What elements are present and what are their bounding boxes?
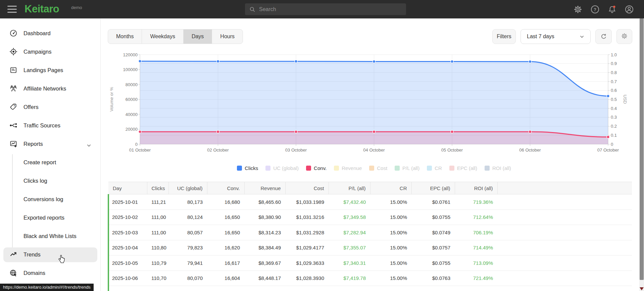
sidebar-item-traffic-sources[interactable]: Traffic Sources: [0, 116, 101, 135]
sidebar-item-dashboard[interactable]: Dashboard: [0, 24, 101, 43]
column-header-uc-global-: UC (global): [168, 182, 207, 194]
sidebar-item-reports[interactable]: Reports: [0, 135, 101, 153]
table-row: 2025-10-0764,4941,4579,648$4,890.94$527.…: [108, 286, 632, 291]
date-range-select[interactable]: Last 7 days: [521, 29, 591, 44]
column-header-revenue: Revenue: [244, 182, 285, 194]
refresh-button[interactable]: [595, 29, 612, 44]
granularity-tabs: MonthsWeekdaysDaysHours: [108, 29, 243, 44]
subitem-guide-line: [12, 154, 13, 247]
app-window: Keitaro demo ? DashboardCampaignsLanding…: [0, 0, 644, 291]
help-icon[interactable]: ?: [590, 5, 600, 14]
table-cell: 80,124: [168, 210, 207, 225]
legend-swatch: [265, 166, 270, 171]
table-cell: $8,369.67: [244, 255, 285, 271]
legend-item-p-l-all-[interactable]: P/L (all): [395, 165, 419, 171]
table-cell: 41,457: [168, 286, 207, 291]
x-tick-label: 06 October: [510, 148, 550, 153]
tab-weekdays[interactable]: Weekdays: [142, 30, 183, 44]
table-cell-filler: [497, 194, 632, 210]
table-cell: $1,029.4177: [285, 240, 329, 255]
x-tick-label: 02 October: [198, 148, 238, 153]
sidebar-item-domains[interactable]: Domains: [0, 264, 101, 282]
table-cell: 721.49%: [455, 271, 497, 286]
legend-swatch: [306, 166, 311, 171]
legend-item-uc-global-[interactable]: UC (global): [265, 165, 299, 171]
table-cell: 15.00%: [370, 194, 411, 210]
legend-item-conv-[interactable]: Conv.: [306, 165, 327, 171]
legend-item-cr[interactable]: CR: [427, 165, 442, 171]
table-cell: 706.19%: [455, 225, 497, 240]
x-tick-label: 01 October: [120, 148, 160, 153]
table-cell: 80,070: [168, 271, 207, 286]
sidebar-item-black-and-white-lists[interactable]: Black and White Lists: [0, 227, 101, 245]
sidebar-item-label: Reports: [23, 141, 43, 147]
sidebar-item-campaigns[interactable]: Campaigns: [0, 43, 101, 61]
column-header-cr: CR: [370, 182, 411, 194]
sidebar-item-label: Create report: [23, 159, 56, 166]
sidebar-item-trends[interactable]: Trends: [0, 245, 101, 264]
table-cell-filler: [497, 210, 632, 225]
gear-icon: [621, 33, 628, 41]
column-header-day: Day: [108, 182, 147, 194]
sidebar-item-label: Campaigns: [23, 49, 51, 55]
table-row: 2025-10-02111,0080,12416,650$8,380.90$1,…: [108, 210, 632, 225]
sidebar-item-label: Dashboard: [23, 30, 51, 37]
page-scrollbar: [639, 18, 644, 291]
reports-icon: [9, 140, 17, 148]
table-cell: $7,282.94: [329, 225, 370, 240]
offers-icon: $: [9, 103, 17, 111]
account-icon[interactable]: [625, 5, 634, 14]
left-tick-label: 120000: [117, 52, 138, 57]
legend-item-cost[interactable]: Cost: [369, 165, 387, 171]
sidebar-item-clicks-log[interactable]: Clicks log: [0, 172, 101, 190]
table-cell: 2025-10-01: [108, 194, 147, 210]
legend-item-roi-all-[interactable]: ROI (all): [485, 165, 511, 171]
tab-days[interactable]: Days: [183, 30, 212, 44]
sidebar-item-offers[interactable]: $Offers: [0, 98, 101, 116]
tab-months[interactable]: Months: [108, 30, 142, 44]
table-cell: $1,031.2928: [285, 225, 329, 240]
legend-item-epc-all-[interactable]: EPC (all): [449, 165, 477, 171]
table-cell: $0.0758: [411, 286, 455, 291]
legend-swatch: [395, 166, 400, 171]
table-cell: 15.00%: [370, 210, 411, 225]
legend-label: CR: [435, 165, 442, 171]
filters-button[interactable]: Filters: [492, 29, 516, 44]
sidebar-item-label: Conversions log: [23, 196, 63, 202]
trends-icon: [9, 250, 17, 258]
legend-label: P/L (all): [402, 165, 419, 171]
scrollbar-thumb[interactable]: [640, 18, 644, 280]
sidebar-item-affiliate-networks[interactable]: Affiliate Networks: [0, 79, 101, 98]
tab-hours[interactable]: Hours: [212, 30, 243, 44]
sidebar-item-label: Affiliate Networks: [23, 85, 66, 92]
legend-swatch: [449, 166, 454, 171]
search-input[interactable]: [245, 3, 406, 15]
sidebar-item-landings-pages[interactable]: Landings Pages: [0, 61, 101, 79]
chart-legend: ClicksUC (global)Conv.RevenueCostP/L (al…: [140, 165, 608, 171]
sidebar-item-label: Landings Pages: [23, 67, 63, 73]
x-tick-label: 04 October: [354, 148, 394, 153]
legend-label: Clicks: [245, 165, 258, 171]
x-tick-label: 07 October: [588, 148, 628, 153]
table-cell: $8,380.90: [244, 210, 285, 225]
table-cell: 79,941: [168, 255, 207, 271]
settings-icon[interactable]: [573, 5, 583, 14]
menu-icon[interactable]: [7, 6, 17, 13]
legend-item-revenue[interactable]: Revenue: [334, 165, 362, 171]
right-tick-label: 0.8: [611, 70, 617, 75]
table-cell: 111,21: [147, 194, 168, 210]
sidebar-item-exported-reports[interactable]: Exported reports: [0, 209, 101, 227]
right-tick-label: 0.3: [611, 115, 617, 120]
right-tick-label: 0.5: [611, 97, 617, 102]
chart-settings-button[interactable]: [616, 29, 632, 44]
legend-label: ROI (all): [492, 165, 511, 171]
table-cell: 15.00%: [370, 225, 411, 240]
traffic-sources-icon: [9, 121, 17, 129]
notifications-icon[interactable]: [607, 5, 617, 14]
sidebar-item-conversions-log[interactable]: Conversions log: [0, 190, 101, 209]
sidebar-item-label: Trends: [23, 251, 41, 258]
refresh-icon: [600, 33, 607, 40]
legend-item-clicks[interactable]: Clicks: [237, 165, 258, 171]
sidebar-item-create-report[interactable]: Create report: [0, 153, 101, 172]
right-tick-label: 0.6: [611, 88, 617, 93]
